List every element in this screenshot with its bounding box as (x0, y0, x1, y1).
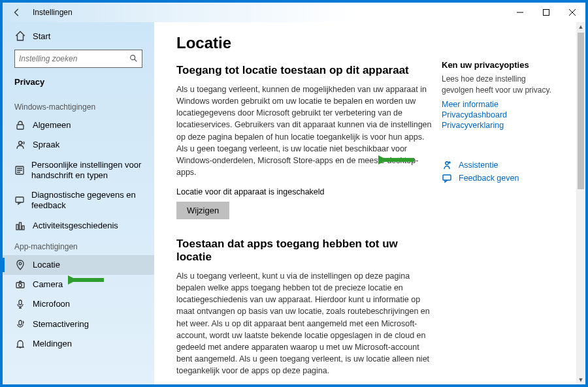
svg-rect-12 (19, 300, 22, 305)
scroll-down[interactable]: ▼ (576, 375, 585, 384)
scroll-up[interactable]: ▲ (576, 22, 585, 31)
svg-point-15 (449, 162, 450, 163)
location-status: Locatie voor dit apparaat is ingeschakel… (176, 187, 435, 196)
sidebar-item-camera[interactable]: Camera (3, 275, 154, 294)
notifications-icon (14, 339, 26, 349)
svg-point-3 (19, 142, 22, 145)
activity-icon (14, 221, 26, 231)
svg-point-14 (446, 161, 448, 164)
sidebar-item-stemactivering[interactable]: Stemactivering (3, 315, 154, 334)
page-title: Locatie (176, 34, 435, 52)
sidebar-item-microfoon[interactable]: Microfoon (3, 294, 154, 314)
sidebar-item-activity[interactable]: Activiteitsgeschiedenis (3, 216, 154, 236)
scroll-thumb[interactable] (578, 33, 584, 189)
close-button[interactable] (559, 3, 585, 22)
section-description: Als u toegang verleent, kunt u via de in… (176, 270, 435, 377)
maximize-button[interactable] (533, 3, 559, 22)
sidebar-item-label: Activiteitsgeschiedenis (33, 221, 118, 231)
speech-icon (14, 140, 26, 150)
home-label: Start (33, 31, 50, 41)
right-panel: Ken uw privacyopties Lees hoe deze inste… (435, 34, 559, 384)
sidebar-item-locatie[interactable]: Locatie (3, 255, 154, 275)
sidebar-item-label: Diagnostische gegevens en feedback (31, 190, 142, 211)
minimize-button[interactable] (507, 3, 533, 22)
titlebar: Instellingen (3, 3, 585, 22)
main-content: Locatie Toegang tot locatie toestaan op … (154, 22, 585, 384)
sidebar-item-label: Stemactivering (33, 319, 89, 330)
feedback-icon (442, 173, 452, 183)
sidebar-item-handschrift[interactable]: Persoonlijke instellingen voor handschri… (3, 155, 154, 186)
section-heading-app-access: Toestaan dat apps toegang hebben tot uw … (176, 238, 435, 264)
privacy-options-para: Lees hoe deze instelling gevolgen heeft … (442, 74, 559, 96)
svg-rect-16 (443, 175, 451, 180)
section-description: Als u toegang verleent, kunnen de mogeli… (176, 84, 435, 178)
search-icon (129, 54, 138, 65)
link-privacy-dashboard[interactable]: Privacydashboard (442, 110, 559, 119)
change-button[interactable]: Wijzigen (176, 202, 229, 219)
svg-rect-13 (19, 320, 22, 325)
svg-point-11 (19, 284, 22, 287)
scrollbar[interactable]: ▲ ▼ (576, 22, 585, 384)
svg-point-1 (131, 55, 135, 59)
sidebar: Start Privacy Windows-machtigingen Algem… (3, 22, 154, 384)
sidebar-item-label: Microfoon (33, 299, 70, 309)
sidebar-item-label: Camera (33, 279, 63, 290)
sidebar-item-algemeen[interactable]: Algemeen (3, 116, 154, 135)
sidebar-item-label: Algemeen (33, 120, 71, 131)
current-category: Privacy (3, 74, 154, 96)
search-input[interactable] (19, 54, 129, 63)
sidebar-item-diagnostics[interactable]: Diagnostische gegevens en feedback (3, 185, 154, 216)
link-more-info[interactable]: Meer informatie (442, 100, 559, 109)
location-icon (14, 260, 26, 270)
group-app-permissions: App-machtigingen (3, 236, 154, 255)
sidebar-item-label: Locatie (33, 260, 60, 270)
group-windows-permissions: Windows-machtigingen (3, 96, 154, 116)
sidebar-item-label: Spraak (33, 140, 59, 150)
search-input-wrapper[interactable] (14, 50, 142, 68)
back-button[interactable] (8, 3, 26, 22)
svg-rect-6 (16, 224, 18, 230)
camera-icon (14, 279, 26, 290)
microphone-icon (14, 299, 26, 309)
help-link[interactable]: Assistentie (442, 160, 559, 170)
svg-rect-2 (17, 125, 24, 129)
home-link[interactable]: Start (3, 26, 154, 46)
svg-point-9 (19, 262, 22, 265)
lock-icon (14, 120, 26, 131)
svg-rect-7 (20, 223, 22, 230)
privacy-options-heading: Ken uw privacyopties (442, 60, 559, 70)
home-icon (14, 30, 26, 42)
svg-rect-8 (22, 226, 24, 230)
sidebar-item-label: Persoonlijke instellingen voor handschri… (31, 160, 142, 181)
sidebar-item-spraak[interactable]: Spraak (3, 135, 154, 155)
sidebar-item-label: Meldingen (33, 339, 72, 349)
sidebar-item-meldingen[interactable]: Meldingen (3, 334, 154, 354)
help-icon (442, 160, 452, 170)
feedback-link[interactable]: Feedback geven (442, 173, 559, 183)
svg-rect-0 (544, 10, 549, 16)
section-heading-device-access: Toegang tot locatie toestaan op dit appa… (176, 64, 435, 77)
svg-rect-5 (16, 197, 24, 202)
link-privacy-statement[interactable]: Privacyverklaring (442, 121, 559, 130)
window-title: Instellingen (33, 8, 73, 17)
voice-icon (14, 319, 26, 330)
inking-icon (14, 165, 25, 176)
feedback-icon (14, 195, 25, 206)
